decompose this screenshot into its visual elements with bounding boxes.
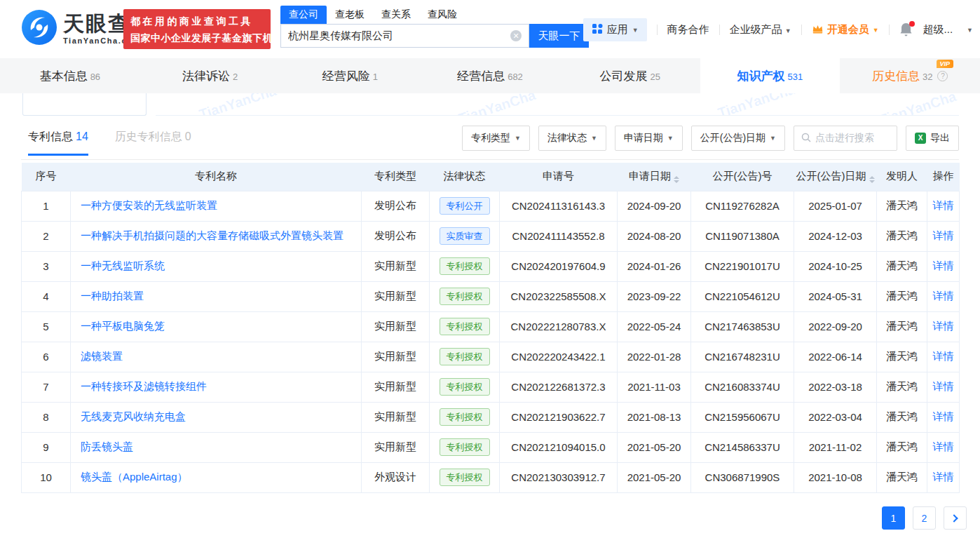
patent-name-link[interactable]: 一种转接环及滤镜转接组件 — [81, 380, 207, 392]
search-button[interactable]: 天眼一下 — [529, 24, 589, 48]
export-button[interactable]: X 导出 — [906, 126, 959, 151]
company-tab-6[interactable]: 历史信息32VIP? — [840, 58, 980, 93]
table-row: 2 一种解决手机拍摄问题的大容量存储磁吸式外置镜头装置 发明公布 实质审查 CN… — [22, 221, 960, 251]
inventor: 潘天鸿 — [877, 311, 927, 342]
company-tab-0[interactable]: 基本信息86 — [0, 58, 140, 93]
apps-menu[interactable]: 应用 ▼ — [583, 18, 647, 41]
application-date: 2021-11-03 — [618, 372, 691, 402]
notifications-bell-icon[interactable] — [899, 22, 913, 38]
next-page-button[interactable] — [944, 506, 967, 530]
tab-history-patent-info[interactable]: 历史专利信息0 — [115, 130, 191, 156]
patent-name-link[interactable]: 一种平板电脑兔笼 — [81, 320, 165, 332]
publication-number: CN306871990S — [691, 462, 794, 492]
application-number: CN202121094015.0 — [500, 432, 618, 462]
open-vip-button[interactable]: 开通会员 ▼ — [812, 23, 879, 36]
patent-type: 发明公布 — [362, 191, 430, 221]
page-button-2[interactable]: 2 — [913, 506, 936, 530]
promo-banner: 都在用的商业查询工具 国家中小企业发展子基金旗下机构 — [123, 9, 271, 49]
chevron-down-icon[interactable]: ▼ — [967, 27, 973, 34]
search-tab-1[interactable]: 查老板 — [327, 6, 373, 24]
nav-business-cooperation[interactable]: 商务合作 — [667, 23, 709, 36]
filter-button-3[interactable]: 公开(公告)日期▼ — [691, 126, 785, 151]
legal-status-badge: 专利授权 — [440, 438, 490, 456]
detail-link[interactable]: 详情 — [933, 320, 954, 332]
main-content: TianYanCha TianYanCha TianYanCha TianYan… — [0, 93, 980, 545]
section-divider — [21, 159, 959, 160]
publication-date: 2021-10-08 — [794, 462, 877, 492]
row-index: 9 — [22, 432, 71, 462]
filter-button-0[interactable]: 专利类型▼ — [462, 126, 530, 151]
detail-link[interactable]: 详情 — [933, 440, 954, 452]
table-row: 8 无线麦克风收纳充电盒 实用新型 专利授权 CN202121903622.7 … — [22, 402, 960, 432]
legal-status-badge: 专利授权 — [440, 318, 490, 335]
company-tab-3[interactable]: 经营信息682 — [420, 58, 560, 93]
detail-link[interactable]: 详情 — [933, 410, 954, 422]
card-bottom-left — [22, 93, 147, 116]
patent-name-link[interactable]: 无线麦克风收纳充电盒 — [81, 410, 186, 422]
publication-number: CN119276282A — [691, 191, 794, 221]
chevron-down-icon: ▼ — [770, 135, 776, 142]
filter-button-1[interactable]: 法律状态▼ — [538, 126, 606, 151]
patent-name-link[interactable]: 防丢镜头盖 — [81, 440, 133, 452]
application-number: CN202130303912.7 — [500, 462, 618, 492]
patent-name-link[interactable]: 一种解决手机拍摄问题的大容量存储磁吸式外置镜头装置 — [81, 229, 343, 241]
column-header-6: 公开(公告)号 — [691, 163, 794, 191]
detail-link[interactable]: 详情 — [933, 471, 954, 483]
application-number: CN202220243422.1 — [500, 342, 618, 372]
search-input[interactable] — [288, 30, 510, 42]
detail-link[interactable]: 详情 — [933, 350, 954, 362]
detail-link[interactable]: 详情 — [933, 380, 954, 392]
column-header-0: 序号 — [22, 163, 71, 191]
sort-icon[interactable] — [869, 176, 875, 183]
patent-name-link[interactable]: 滤镜装置 — [81, 350, 123, 362]
legal-status-badge: 专利授权 — [440, 469, 490, 486]
company-tab-1[interactable]: 法律诉讼2 — [140, 58, 280, 93]
table-row: 1 一种方便安装的无线监听装置 发明公布 专利公开 CN202411316143… — [22, 191, 960, 221]
column-header-2: 专利类型 — [362, 163, 430, 191]
table-row: 3 一种无线监听系统 实用新型 专利授权 CN202420197604.9 20… — [22, 251, 960, 281]
clear-search-icon[interactable]: ✕ — [510, 30, 522, 41]
nav-enterprise-products[interactable]: 企业级产品 ▼ — [730, 23, 791, 36]
inventor: 潘天鸿 — [877, 281, 927, 311]
search-tab-2[interactable]: 查关系 — [373, 6, 419, 24]
sort-icon[interactable] — [674, 176, 679, 183]
divider — [719, 25, 720, 35]
patent-type: 实用新型 — [362, 372, 430, 402]
company-tab-5[interactable]: 知识产权531 — [700, 58, 841, 93]
column-header-5[interactable]: 申请日期 — [618, 163, 691, 191]
row-index: 4 — [22, 281, 71, 311]
detail-link[interactable]: 详情 — [933, 199, 954, 211]
patent-search-input[interactable]: 点击进行搜索 — [794, 126, 897, 151]
search-tab-3[interactable]: 查风险 — [419, 6, 465, 24]
patent-name-link[interactable]: 一种无线监听系统 — [81, 260, 165, 271]
help-icon[interactable]: ? — [937, 71, 948, 81]
nav-super-vip[interactable]: 超级... — [923, 23, 953, 36]
detail-link[interactable]: 详情 — [933, 290, 954, 302]
tianyancha-logo-icon — [21, 9, 57, 48]
notification-dot — [909, 21, 915, 27]
patent-name-link[interactable]: 镜头盖（AppleAirtag） — [81, 471, 188, 483]
inventor: 潘天鸿 — [877, 402, 927, 432]
row-index: 8 — [22, 402, 71, 432]
divider — [657, 25, 658, 35]
legal-status-badge: 专利公开 — [440, 197, 490, 215]
company-tab-4[interactable]: 公司发展25 — [560, 58, 700, 93]
column-header-7[interactable]: 公开(公告)日期 — [794, 163, 877, 191]
detail-link[interactable]: 详情 — [933, 229, 954, 241]
inventor: 潘天鸿 — [877, 372, 927, 402]
application-number: CN202411143552.8 — [500, 221, 618, 251]
page-button-1[interactable]: 1 — [882, 506, 905, 530]
tab-patent-info[interactable]: 专利信息14 — [28, 130, 88, 156]
chevron-down-icon: ▼ — [873, 27, 879, 34]
legal-status-badge: 专利授权 — [440, 348, 490, 365]
detail-link[interactable]: 详情 — [933, 260, 954, 271]
patent-name-link[interactable]: 一种助拍装置 — [81, 290, 144, 302]
row-index: 10 — [22, 462, 71, 492]
table-row: 7 一种转接环及滤镜转接组件 实用新型 专利授权 CN202122681372.… — [22, 372, 960, 402]
search-tab-0[interactable]: 查公司 — [280, 6, 327, 24]
company-tab-2[interactable]: 经营风险1 — [280, 58, 420, 93]
filter-button-2[interactable]: 申请日期▼ — [615, 126, 683, 151]
chevron-down-icon: ▼ — [632, 27, 639, 34]
patent-name-link[interactable]: 一种方便安装的无线监听装置 — [81, 199, 217, 211]
publication-number: CN216748231U — [691, 342, 794, 372]
